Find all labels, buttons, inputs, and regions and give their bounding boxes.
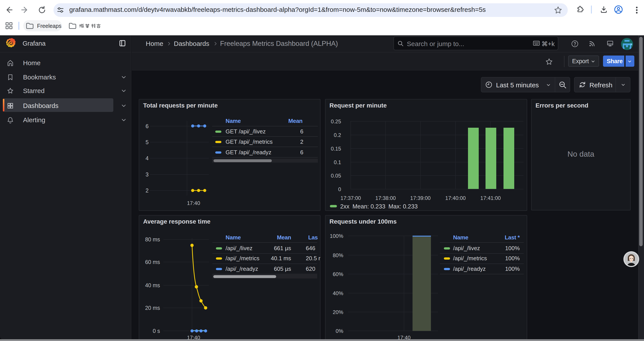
svg-text:100%: 100% [330,233,343,239]
svg-text:17:40:00: 17:40:00 [445,195,466,201]
svg-text:Mean: Mean [288,118,302,124]
svg-text:0.1: 0.1 [334,159,341,165]
svg-text:6: 6 [300,128,303,135]
svg-text:17:37:00: 17:37:00 [340,195,361,201]
svg-text:40%: 40% [333,290,343,296]
svg-text:/api/_/metrics: /api/_/metrics [453,255,487,261]
svg-text:17:39:00: 17:39:00 [410,195,430,201]
svg-text:0.15: 0.15 [331,146,341,152]
svg-text:0.05: 0.05 [331,173,341,179]
svg-text:100%: 100% [505,265,520,272]
svg-text:4: 4 [146,155,148,161]
svg-text:60 ms: 60 ms [145,259,160,265]
svg-text:0%: 0% [336,328,343,334]
svg-text:100%: 100% [505,245,520,251]
svg-text:40 ms: 40 ms [145,282,160,288]
svg-text:20%: 20% [333,309,343,315]
svg-text:Name: Name [453,234,468,241]
svg-text:80%: 80% [333,252,343,258]
svg-text:620: 620 [306,265,315,272]
svg-text:2xx: 2xx [340,203,350,210]
svg-text:GET /api/_/livez: GET /api/_/livez [226,128,266,135]
svg-text:20.5 r: 20.5 r [306,255,320,261]
svg-text:2: 2 [146,187,148,194]
svg-text:Mean: 0.233: Mean: 0.233 [352,203,385,210]
svg-text:0 s: 0 s [153,328,160,334]
svg-text:5: 5 [146,139,148,145]
svg-text:GET /api/_/metrics: GET /api/_/metrics [226,138,273,145]
svg-text:60%: 60% [333,271,343,277]
svg-text:3: 3 [146,171,148,178]
svg-text:100%: 100% [505,255,520,261]
svg-text:Name: Name [226,234,241,241]
svg-text:/api/_/livez: /api/_/livez [453,245,480,251]
svg-text:2: 2 [300,138,303,145]
svg-text:646: 646 [306,245,315,251]
svg-text:605 µs: 605 µs [274,265,291,272]
svg-text:Last *: Last * [505,234,520,241]
svg-text:/api/_/livez: /api/_/livez [226,245,252,251]
svg-text:/api/_/readyz: /api/_/readyz [226,265,258,272]
svg-text:GET /api/_/readyz: GET /api/_/readyz [226,149,271,156]
svg-text:20 ms: 20 ms [145,305,160,311]
svg-text:40.1 ms: 40.1 ms [271,255,291,261]
svg-text:Las: Las [308,234,318,241]
svg-text:17:40: 17:40 [187,200,200,206]
svg-text:0: 0 [338,186,341,192]
svg-text:17:38:00: 17:38:00 [375,195,396,201]
svg-text:6: 6 [300,149,303,156]
svg-text:0.25: 0.25 [331,119,341,124]
svg-text:Max: 0.233: Max: 0.233 [388,203,418,210]
svg-text:Mean: Mean [277,234,291,241]
svg-text:661 µs: 661 µs [274,245,291,251]
svg-text:6: 6 [146,123,148,129]
svg-text:80 ms: 80 ms [145,236,160,242]
svg-text:0.2: 0.2 [334,132,341,138]
svg-text:/api/_/metrics: /api/_/metrics [226,255,260,261]
svg-text:Name: Name [226,118,241,124]
svg-text:/api/_/readyz: /api/_/readyz [453,265,486,272]
svg-text:17:41:00: 17:41:00 [480,195,501,201]
